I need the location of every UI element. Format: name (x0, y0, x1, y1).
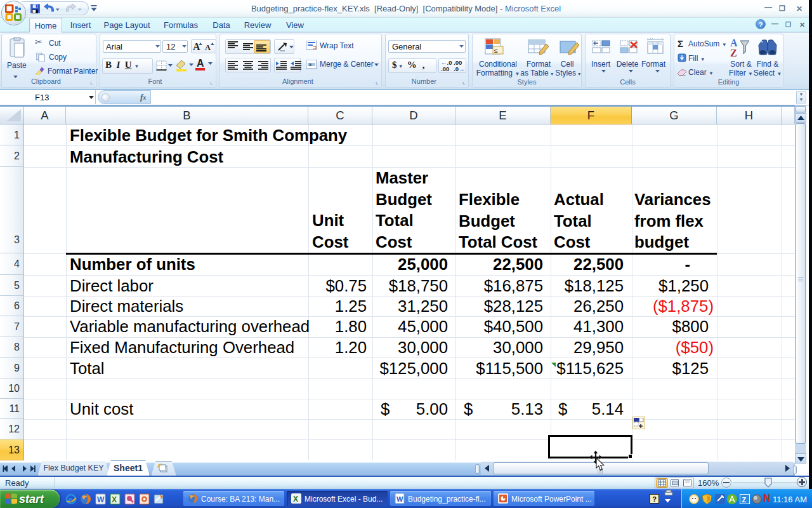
svg-text:X: X (112, 495, 117, 504)
svg-text:W: W (396, 495, 403, 503)
svg-text:Z: Z (730, 48, 737, 58)
svg-text:A: A (730, 37, 738, 48)
svg-text:X: X (293, 495, 298, 504)
svg-text:≤: ≤ (494, 47, 498, 54)
svg-text:e: e (69, 495, 72, 503)
svg-text:W: W (97, 495, 105, 504)
svg-text:A: A (205, 43, 211, 52)
svg-text:a: a (309, 62, 311, 67)
svg-text:A: A (193, 41, 200, 52)
svg-text:Z: Z (742, 496, 747, 504)
